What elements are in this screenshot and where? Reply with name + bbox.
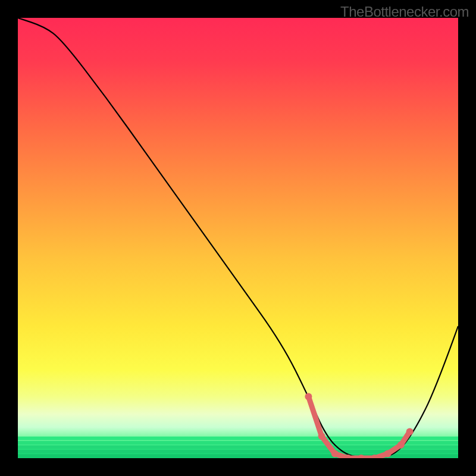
svg-point-13 <box>406 428 414 436</box>
svg-point-5 <box>305 393 312 400</box>
chart-svg <box>18 18 458 458</box>
svg-rect-1 <box>18 441 458 444</box>
svg-point-12 <box>397 441 405 449</box>
chart-plot-area <box>18 18 458 458</box>
svg-rect-0 <box>18 437 458 440</box>
svg-point-11 <box>384 450 392 458</box>
svg-point-7 <box>331 450 339 458</box>
svg-point-6 <box>318 433 325 440</box>
chart-background-gradient <box>18 18 458 458</box>
